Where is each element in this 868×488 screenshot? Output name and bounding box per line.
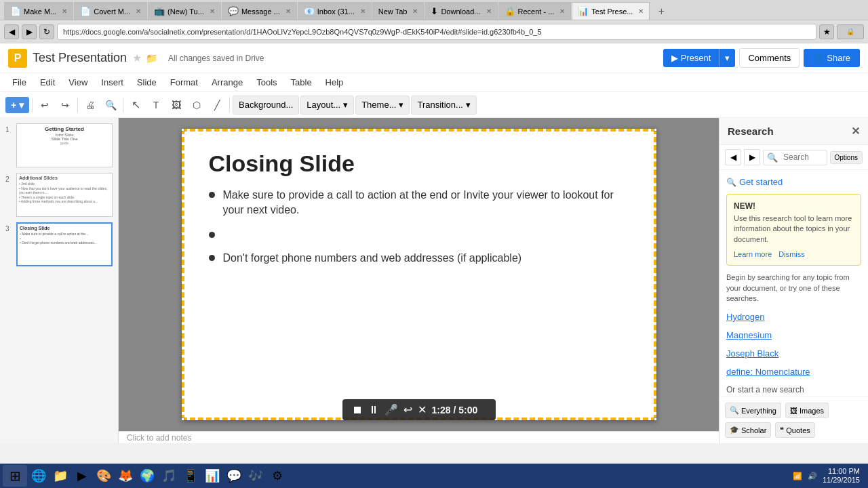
- main-layout: 1 Getting Started Intro Slide Slide Titl…: [0, 118, 868, 443]
- slide-title: Closing Slide: [209, 150, 629, 177]
- tab-inbox[interactable]: 📧 Inbox (31... ✕: [298, 2, 372, 20]
- menu-arrange[interactable]: Arrange: [205, 75, 250, 90]
- select-button[interactable]: ↖: [126, 96, 145, 115]
- shape-button[interactable]: ⬡: [187, 96, 206, 115]
- taskbar-icon-media[interactable]: ▶: [72, 466, 92, 486]
- start-button[interactable]: ⊞: [3, 465, 27, 487]
- theme-button[interactable]: Theme... ▾: [355, 96, 410, 115]
- search-input[interactable]: [781, 150, 827, 164]
- taskbar-icon-chat[interactable]: 💬: [224, 466, 244, 486]
- layout-button[interactable]: Layout... ▾: [300, 96, 354, 115]
- slide-thumb-3[interactable]: 3 Closing Slide • Make sure to provide a…: [5, 222, 113, 266]
- taskbar-icon-present[interactable]: 📊: [202, 466, 222, 486]
- prev-button[interactable]: ↩: [403, 403, 412, 416]
- transition-button[interactable]: Transition... ▾: [411, 96, 476, 115]
- menu-table[interactable]: Table: [284, 75, 319, 90]
- folder-icon[interactable]: 📁: [146, 53, 157, 64]
- suggestion-magnesium[interactable]: Magnesium: [726, 330, 861, 340]
- present-dropdown-button[interactable]: ▾: [719, 49, 735, 67]
- footer-everything[interactable]: 🔍 Everything: [725, 403, 781, 418]
- star-icon[interactable]: ★: [132, 52, 142, 64]
- tab-covert[interactable]: 📄 Covert M... ✕: [74, 2, 147, 20]
- notes-placeholder[interactable]: Click to add notes: [127, 433, 191, 443]
- image-button[interactable]: 🖼: [167, 96, 186, 115]
- suggestion-nomenclature[interactable]: define: Nomenclature: [726, 367, 861, 377]
- slide-thumb-1[interactable]: 1 Getting Started Intro Slide Slide Titl…: [5, 123, 113, 167]
- stop-button[interactable]: ⏹: [352, 404, 363, 416]
- get-started-link[interactable]: 🔍 Get started: [726, 177, 861, 187]
- options-button[interactable]: Options: [830, 151, 863, 164]
- undo-button[interactable]: ↩: [35, 96, 54, 115]
- menu-file[interactable]: File: [5, 75, 33, 90]
- tab-new-tu[interactable]: 📺 (New) Tu... ✕: [148, 2, 221, 20]
- new-tab-button[interactable]: +: [653, 3, 669, 20]
- suggestion-hydrogen[interactable]: Hydrogen: [726, 312, 861, 322]
- tab-make[interactable]: 📄 Make M... ✕: [4, 2, 73, 20]
- zoom-button[interactable]: 🔍: [101, 96, 120, 115]
- taskbar-icon-settings[interactable]: ⚙: [267, 466, 288, 486]
- close-player-button[interactable]: ✕: [418, 403, 427, 416]
- menu-slide[interactable]: Slide: [130, 75, 163, 90]
- add-button[interactable]: + ▾: [5, 97, 29, 113]
- clock: 11:00 PM 11/29/2015: [823, 467, 860, 485]
- slide-thumb-img-2: Additional Slides • 2nd slide• Now that …: [16, 173, 113, 217]
- back-button[interactable]: ◀: [4, 24, 19, 39]
- dismiss-link[interactable]: Dismiss: [778, 250, 805, 258]
- taskbar-icon-music2[interactable]: 🎶: [245, 466, 266, 486]
- menu-tools[interactable]: Tools: [250, 75, 283, 90]
- menu-insert[interactable]: Insert: [94, 75, 130, 90]
- menu-view[interactable]: View: [62, 75, 94, 90]
- menu-format[interactable]: Format: [163, 75, 205, 90]
- bullet-dot-1: [209, 192, 215, 198]
- resize-handle-tr[interactable]: [654, 129, 656, 131]
- taskbar-icon-phone[interactable]: 📱: [180, 466, 201, 486]
- extension-button[interactable]: 🔒: [837, 24, 864, 39]
- footer-scholar[interactable]: 🎓 Scholar: [725, 422, 771, 438]
- close-research-icon[interactable]: ✕: [851, 125, 860, 138]
- tab-message[interactable]: 💬 Message ... ✕: [222, 2, 297, 20]
- taskbar-icon-paint[interactable]: 🎨: [94, 466, 114, 486]
- research-nav: ◀ ▶ 🔍 Options: [719, 145, 868, 170]
- taskbar-icon-music[interactable]: 🎵: [159, 466, 179, 486]
- learn-more-link[interactable]: Learn more: [734, 250, 772, 258]
- redo-button[interactable]: ↪: [56, 96, 75, 115]
- tab-download[interactable]: ⬇ Download... ✕: [425, 2, 497, 20]
- taskbar-icon-folder[interactable]: 📁: [50, 466, 71, 486]
- reload-button[interactable]: ↻: [39, 24, 54, 39]
- tab-recent[interactable]: 🔒 Recent - ... ✕: [498, 2, 572, 20]
- slide-thumb-2[interactable]: 2 Additional Slides • 2nd slide• Now tha…: [5, 173, 113, 217]
- slide-panel: 1 Getting Started Intro Slide Slide Titl…: [0, 118, 119, 443]
- mic-button[interactable]: 🎤: [384, 403, 398, 416]
- browser-window: 📄 Make M... ✕ 📄 Covert M... ✕ 📺 (New) Tu…: [0, 0, 868, 488]
- present-button[interactable]: ▶ Present: [663, 49, 719, 67]
- text-button[interactable]: T: [146, 96, 165, 115]
- footer-images[interactable]: 🖼 Images: [785, 403, 829, 418]
- editor-area: Closing Slide Make sure to provide a cal…: [119, 118, 719, 443]
- menu-help[interactable]: Help: [319, 75, 351, 90]
- address-bar[interactable]: https://docs.google.com/a/socialnetix.co…: [57, 24, 816, 40]
- header-right: ▶ Present ▾ Comments 👤 Share: [663, 48, 860, 68]
- research-back-button[interactable]: ◀: [725, 149, 741, 165]
- slide-canvas[interactable]: Closing Slide Make sure to provide a cal…: [182, 129, 656, 420]
- print-button[interactable]: 🖨: [81, 96, 100, 115]
- share-button[interactable]: 👤 Share: [804, 49, 860, 67]
- taskbar-icon-firefox[interactable]: 🦊: [115, 466, 136, 486]
- tab-test-prese[interactable]: 📊 Test Prese... ✕: [572, 2, 650, 20]
- taskbar-icon-chrome[interactable]: 🌍: [137, 466, 157, 486]
- background-button[interactable]: Background...: [233, 96, 299, 115]
- taskbar-icon-ie[interactable]: 🌐: [28, 466, 49, 486]
- bullet-2: Don't forget phone numbers and web addre…: [209, 251, 629, 266]
- suggestion-joseph-black[interactable]: Joseph Black: [726, 348, 861, 359]
- resize-handle-br[interactable]: [654, 418, 656, 420]
- forward-button[interactable]: ▶: [22, 24, 37, 39]
- resize-handle-bl[interactable]: [182, 418, 184, 420]
- tab-new-tab[interactable]: New Tab ✕: [372, 2, 425, 20]
- bookmark-button[interactable]: ★: [819, 24, 834, 39]
- footer-quotes[interactable]: ❝ Quotes: [775, 422, 814, 438]
- menu-edit[interactable]: Edit: [33, 75, 62, 90]
- research-forward-button[interactable]: ▶: [744, 149, 760, 165]
- resize-handle-tl[interactable]: [182, 129, 184, 131]
- comments-button[interactable]: Comments: [739, 48, 800, 68]
- pause-button[interactable]: ⏸: [368, 404, 379, 416]
- line-button[interactable]: ╱: [208, 96, 226, 115]
